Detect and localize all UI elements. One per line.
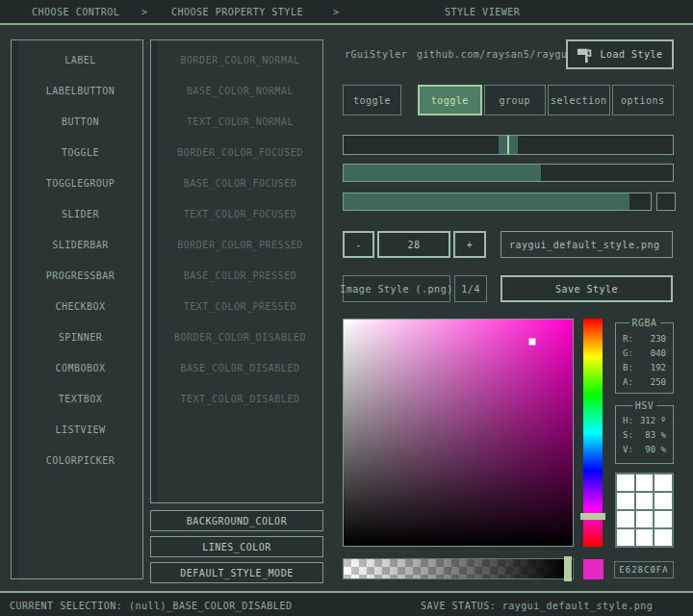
properties-listview: BORDER_COLOR_NORMALBASE_COLOR_NORMALTEXT…	[150, 39, 323, 503]
style-filename-input[interactable]: raygui_default_style.png	[500, 231, 673, 258]
controls-item[interactable]: COMBOBOX	[18, 353, 142, 384]
status-bar: CURRENT SELECTION: (null)_BASE_COLOR_DIS…	[0, 591, 693, 616]
color-swatch	[583, 559, 603, 579]
hsv-s-row: S: 83 %	[616, 428, 673, 443]
rgba-b-label: B:	[623, 361, 633, 375]
current-selection-status: CURRENT SELECTION: (null)_BASE_COLOR_DIS…	[10, 601, 292, 611]
paint-roller-icon	[577, 46, 594, 64]
sliderbar-fill	[344, 165, 541, 181]
controls-item[interactable]: COLORPICKER	[18, 446, 142, 476]
alpha-handle[interactable]	[564, 556, 572, 581]
controls-scrollbar[interactable]	[12, 40, 18, 578]
alpha-bar[interactable]	[343, 558, 574, 579]
ratio-button[interactable]: 1/4	[454, 275, 487, 302]
controls-item[interactable]: BUTTON	[18, 107, 142, 138]
load-style-label: Load Style	[600, 49, 662, 60]
rgba-r-row: R: 230	[616, 332, 673, 346]
default-style-mode-button[interactable]: DEFAULT_STYLE_MODE	[150, 562, 323, 583]
properties-item[interactable]: TEXT_COLOR_PRESSED	[158, 292, 322, 322]
section-label-style-viewer: STYLE VIEWER	[445, 7, 520, 17]
progress-checkbox[interactable]	[656, 192, 676, 211]
section-label-choose-control: CHOOSE CONTROL	[32, 7, 119, 17]
load-style-button[interactable]: Load Style	[566, 39, 674, 69]
properties-item[interactable]: TEXT_COLOR_DISABLED	[158, 384, 322, 415]
controls-item[interactable]: LISTVIEW	[18, 415, 142, 446]
chevron-right-icon: >	[333, 7, 340, 17]
slider[interactable]	[343, 135, 674, 155]
properties-item[interactable]: BORDER_COLOR_FOCUSED	[158, 138, 322, 168]
controls-item[interactable]: TEXTBOX	[18, 384, 142, 415]
properties-item[interactable]: BORDER_COLOR_PRESSED	[158, 230, 322, 261]
controls-item[interactable]: SLIDERBAR	[18, 230, 142, 261]
style-color-cell	[654, 475, 672, 491]
sv-square[interactable]	[343, 319, 574, 547]
style-color-samples-grid	[615, 473, 674, 548]
style-color-cell	[654, 493, 672, 509]
rgba-a-label: A:	[623, 375, 633, 390]
properties-list-body: BORDER_COLOR_NORMALBASE_COLOR_NORMALTEXT…	[158, 40, 322, 502]
save-style-button[interactable]: Save Style	[500, 275, 673, 302]
rgba-b-value: 192	[651, 361, 666, 375]
rgba-g-row: G: 040	[616, 346, 673, 361]
properties-item[interactable]: BORDER_COLOR_NORMAL	[158, 45, 322, 76]
spinner-value-box[interactable]: 28	[377, 231, 450, 258]
hsv-h-row: H: 312 º	[616, 414, 673, 428]
rgba-title: RGBA	[629, 318, 659, 328]
style-color-cell	[617, 475, 634, 491]
app-name-label: rGuiStyler	[345, 49, 407, 60]
controls-item[interactable]: LABELBUTTON	[18, 76, 142, 107]
properties-item[interactable]: BASE_COLOR_DISABLED	[158, 353, 322, 384]
sv-cursor[interactable]	[529, 338, 536, 345]
controls-item[interactable]: CHECKBOX	[18, 292, 142, 322]
toggle-group-option-selection[interactable]: selection	[548, 85, 610, 116]
hex-value-input[interactable]: E628C0FA	[614, 561, 674, 578]
sliderbar[interactable]	[343, 164, 674, 182]
controls-item[interactable]: SPINNER	[18, 322, 142, 353]
hsv-v-row: V: 90 %	[616, 443, 673, 457]
hue-bar[interactable]	[583, 319, 603, 547]
toggle-group-option-options[interactable]: options	[612, 85, 675, 116]
rgba-g-label: G:	[623, 346, 633, 361]
toggle-group-option-group[interactable]: group	[484, 85, 547, 116]
background-color-button[interactable]: BACKGROUND_COLOR	[150, 510, 323, 531]
spinner-decrement-button[interactable]: -	[343, 231, 374, 258]
style-color-cell	[654, 511, 672, 527]
controls-item[interactable]: LABEL	[18, 45, 142, 76]
hsv-v-label: V:	[623, 443, 633, 457]
controls-item[interactable]: TOGGLEGROUP	[18, 168, 142, 199]
slider-knob[interactable]	[499, 136, 518, 154]
toggle-single-button[interactable]: toggle	[343, 85, 401, 116]
chevron-right-icon: >	[141, 7, 148, 17]
controls-item[interactable]: SLIDER	[18, 199, 142, 230]
style-color-cell	[617, 529, 634, 546]
properties-item[interactable]: TEXT_COLOR_FOCUSED	[158, 199, 322, 230]
lines-color-button[interactable]: LINES_COLOR	[150, 536, 323, 557]
properties-item[interactable]: BASE_COLOR_PRESSED	[158, 261, 322, 292]
properties-item[interactable]: BORDER_COLOR_DISABLED	[158, 322, 322, 353]
properties-item[interactable]: BASE_COLOR_FOCUSED	[158, 168, 322, 199]
controls-item[interactable]: PROGRESSBAR	[18, 261, 142, 292]
spinner-increment-button[interactable]: +	[453, 231, 486, 258]
controls-item[interactable]: TOGGLE	[18, 138, 142, 168]
controls-listview: LABELLABELBUTTONBUTTONTOGGLETOGGLEGROUPS…	[11, 39, 143, 579]
rgba-r-value: 230	[651, 332, 666, 346]
style-color-cell	[617, 493, 634, 509]
top-section-bar: CHOOSE CONTROL > CHOOSE PROPERTY STYLE >…	[0, 0, 693, 25]
rgba-g-value: 040	[651, 346, 666, 361]
style-color-cell	[617, 511, 634, 527]
properties-scrollbar[interactable]	[151, 40, 158, 502]
hsv-s-value: 83 %	[645, 428, 666, 443]
style-color-cell	[636, 475, 654, 491]
style-color-cell	[636, 511, 654, 527]
hsv-v-value: 90 %	[645, 443, 666, 457]
hsv-h-value: 312 º	[640, 414, 666, 428]
slider-knob-line	[507, 136, 509, 154]
image-style-button[interactable]: Image Style (.png)	[343, 275, 450, 302]
toggle-group: togglegroupselectionoptions	[418, 85, 674, 116]
toggle-group-option-toggle[interactable]: toggle	[418, 85, 482, 116]
rgba-a-row: A: 250	[616, 375, 673, 390]
properties-item[interactable]: TEXT_COLOR_NORMAL	[158, 107, 322, 138]
section-label-choose-property-style: CHOOSE PROPERTY STYLE	[171, 7, 303, 17]
properties-item[interactable]: BASE_COLOR_NORMAL	[158, 76, 322, 107]
hue-handle[interactable]	[580, 513, 605, 520]
